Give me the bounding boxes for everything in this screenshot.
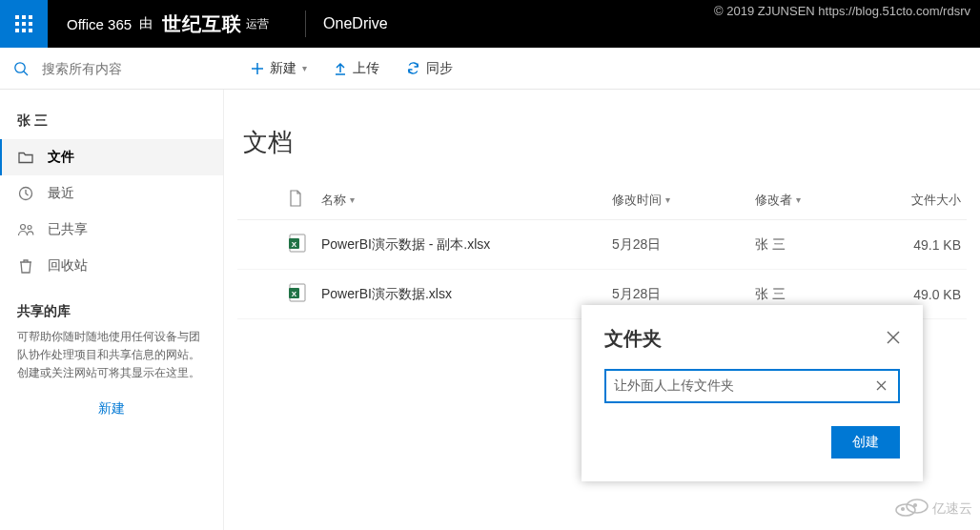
sync-label: 同步 xyxy=(426,60,453,77)
svg-point-15 xyxy=(28,226,31,230)
file-name[interactable]: PowerBI演示数据 - 副本.xlsx xyxy=(321,236,612,254)
sidebar-item-label: 最近 xyxy=(48,185,74,202)
excel-icon: X xyxy=(289,283,306,302)
svg-text:X: X xyxy=(292,240,297,249)
sidebar-item-recent[interactable]: 最近 xyxy=(0,175,223,212)
excel-icon: X xyxy=(289,234,306,253)
svg-point-29 xyxy=(914,504,917,507)
table-row[interactable]: X PowerBI演示数据 - 副本.xlsx 5月28日 张 三 49.1 K… xyxy=(237,220,967,270)
file-header-icon xyxy=(289,190,302,207)
svg-rect-0 xyxy=(15,15,19,19)
chevron-down-icon: ▾ xyxy=(796,194,801,205)
svg-rect-6 xyxy=(15,29,19,32)
table-header: 名称▾ 修改时间▾ 修改者▾ 文件大小 xyxy=(237,180,967,220)
watermark: 亿速云 xyxy=(892,493,976,524)
dialog-title: 文件夹 xyxy=(604,326,662,352)
upload-button[interactable]: 上传 xyxy=(334,60,379,77)
new-label: 新建 xyxy=(270,60,296,77)
sidebar-item-recycle[interactable]: 回收站 xyxy=(0,248,223,284)
svg-rect-7 xyxy=(22,29,26,32)
plus-icon xyxy=(251,62,264,75)
svg-text:X: X xyxy=(292,290,297,298)
app-launcher-button[interactable] xyxy=(0,0,48,48)
username: 张 三 xyxy=(0,103,223,139)
clear-input-button[interactable] xyxy=(872,378,890,394)
sidebar-item-label: 已共享 xyxy=(48,221,88,238)
folder-name-input[interactable] xyxy=(614,378,872,394)
close-icon xyxy=(887,331,900,344)
svg-rect-2 xyxy=(29,15,32,19)
file-by: 张 三 xyxy=(755,236,898,254)
svg-point-14 xyxy=(21,225,26,230)
svg-rect-4 xyxy=(22,22,26,26)
file-size: 49.1 KB xyxy=(898,237,967,253)
svg-point-28 xyxy=(902,508,905,511)
by-label: 由 xyxy=(139,15,153,32)
chevron-down-icon: ▾ xyxy=(302,63,307,73)
svg-point-26 xyxy=(896,504,915,516)
col-name[interactable]: 名称▾ xyxy=(321,192,612,209)
clock-icon xyxy=(17,185,34,202)
sidebar-new-link[interactable]: 新建 xyxy=(0,383,223,435)
svg-rect-3 xyxy=(15,22,19,26)
svg-rect-5 xyxy=(29,22,32,26)
brand-cn: 世纪互联 xyxy=(162,11,242,37)
chevron-down-icon: ▾ xyxy=(665,194,670,205)
sidebar-item-label: 文件 xyxy=(48,149,74,166)
shared-libs-help: 可帮助你随时随地使用任何设备与团队协作处理项目和共享信息的网站。创建或关注网站可… xyxy=(0,328,223,383)
upload-label: 上传 xyxy=(353,60,379,77)
create-button[interactable]: 创建 xyxy=(831,426,900,459)
page-title: 文档 xyxy=(243,126,967,159)
search-box[interactable] xyxy=(0,61,224,76)
svg-rect-8 xyxy=(29,29,32,32)
svg-rect-1 xyxy=(22,15,26,19)
shared-libs-title: 共享的库 xyxy=(0,284,223,328)
people-icon xyxy=(17,221,34,238)
folder-icon xyxy=(17,149,34,166)
sidebar-item-files[interactable]: 文件 xyxy=(0,139,223,175)
svg-point-9 xyxy=(15,62,25,71)
svg-point-27 xyxy=(907,499,928,513)
file-by: 张 三 xyxy=(755,286,898,303)
new-button[interactable]: 新建 ▾ xyxy=(251,60,307,77)
sidebar: 张 三 文件 最近 已共享 回收站 共享的库 可帮助你随时随地使用任何设备与团队… xyxy=(0,90,224,530)
file-modified: 5月28日 xyxy=(612,286,755,303)
svg-text:亿速云: 亿速云 xyxy=(931,500,972,516)
upload-icon xyxy=(334,62,347,75)
search-input[interactable] xyxy=(42,61,194,76)
file-modified: 5月28日 xyxy=(612,236,755,254)
command-bar: 新建 ▾ 上传 同步 xyxy=(0,48,980,90)
sidebar-item-shared[interactable]: 已共享 xyxy=(0,212,223,248)
folder-name-field[interactable] xyxy=(604,369,900,403)
close-icon xyxy=(876,380,887,391)
search-icon xyxy=(13,61,29,76)
commands: 新建 ▾ 上传 同步 xyxy=(224,60,453,77)
svg-line-10 xyxy=(24,71,28,75)
sidebar-item-label: 回收站 xyxy=(48,257,88,275)
brand: Office 365 由 世纪互联 运营 xyxy=(48,11,288,37)
dialog-close-button[interactable] xyxy=(887,331,900,348)
create-folder-dialog: 文件夹 创建 xyxy=(582,305,923,481)
file-size: 49.0 KB xyxy=(898,287,967,302)
sync-icon xyxy=(406,61,420,75)
copyright-text: © 2019 ZJUNSEN https://blog.51cto.com/rd… xyxy=(714,4,970,18)
file-table: 名称▾ 修改时间▾ 修改者▾ 文件大小 X PowerBI演示数据 - 副本.x… xyxy=(237,180,967,319)
col-modified[interactable]: 修改时间▾ xyxy=(612,192,755,209)
recycle-icon xyxy=(17,257,34,275)
app-name[interactable]: OneDrive xyxy=(323,15,388,32)
sync-button[interactable]: 同步 xyxy=(406,60,453,77)
file-name[interactable]: PowerBI演示数据.xlsx xyxy=(321,286,612,303)
operated-label: 运营 xyxy=(246,16,269,32)
col-by[interactable]: 修改者▾ xyxy=(755,192,898,209)
office365-label: Office 365 xyxy=(67,16,132,32)
waffle-icon xyxy=(15,15,32,32)
chevron-down-icon: ▾ xyxy=(350,194,355,205)
col-size[interactable]: 文件大小 xyxy=(898,192,967,209)
divider xyxy=(305,10,306,37)
